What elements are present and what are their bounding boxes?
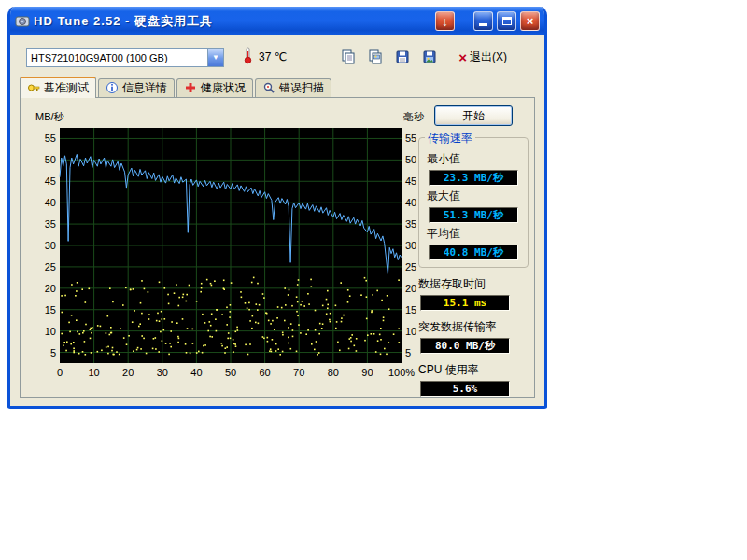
tab-info[interactable]: 信息详情	[98, 78, 175, 97]
minimize-icon	[479, 23, 487, 26]
temperature-value: 37 ℃	[259, 50, 287, 63]
close-button[interactable]: ×	[520, 11, 540, 31]
max-value: 51.3 MB/秒	[444, 208, 503, 222]
maximize-icon	[502, 17, 512, 25]
svg-text:10: 10	[88, 367, 99, 378]
thermometer-icon	[243, 46, 253, 68]
svg-text:5: 5	[50, 347, 56, 358]
svg-text:10: 10	[45, 326, 56, 337]
exit-label: 退出(X)	[470, 49, 507, 65]
svg-text:25: 25	[405, 261, 416, 273]
svg-text:15: 15	[45, 304, 56, 315]
avg-value: 40.8 MB/秒	[444, 245, 503, 259]
svg-text:40: 40	[190, 367, 202, 378]
svg-text:30: 30	[45, 240, 56, 251]
maximize-button[interactable]	[497, 11, 516, 31]
svg-text:50: 50	[405, 154, 416, 165]
svg-text:35: 35	[45, 218, 56, 230]
svg-text:0: 0	[57, 367, 63, 378]
svg-text:50: 50	[225, 367, 236, 378]
toolbar: HTS721010G9AT00 (100 GB) ▼ 37 ℃ ×	[26, 47, 535, 67]
max-value-box: 51.3 MB/秒	[429, 207, 518, 223]
cpu-usage-value-box: 5.6%	[420, 381, 510, 397]
access-time-label: 数据存取时间	[418, 276, 529, 292]
tab-health[interactable]: 健康状况	[176, 78, 253, 97]
tab-error-scan-label: 错误扫描	[279, 80, 324, 96]
svg-text:40: 40	[45, 197, 56, 208]
start-button[interactable]: 开始	[434, 105, 513, 126]
svg-text:55: 55	[45, 133, 56, 144]
copy-text-icon[interactable]	[337, 48, 359, 67]
svg-text:100%: 100%	[388, 367, 415, 378]
svg-text:90: 90	[361, 367, 373, 378]
svg-text:30: 30	[157, 367, 168, 378]
window-title: HD Tune 2.52 - 硬盘实用工具	[34, 13, 431, 30]
svg-text:30: 30	[405, 240, 416, 251]
results-panel: 开始 传输速率 最小值 23.3 MB/秒 最大值 51.3 MB/秒 平均值 …	[418, 102, 529, 399]
svg-text:MB/秒: MB/秒	[35, 111, 65, 122]
health-icon	[184, 81, 197, 94]
cpu-usage-stat: CPU 使用率 5.6%	[418, 362, 529, 397]
svg-text:50: 50	[45, 154, 56, 165]
tab-error-scan[interactable]: 错误扫描	[255, 78, 331, 97]
avg-value-box: 40.8 MB/秒	[429, 245, 518, 260]
min-value: 23.3 MB/秒	[444, 171, 503, 185]
save-image-icon[interactable]	[418, 48, 440, 67]
exit-x-icon: ×	[458, 50, 467, 64]
transfer-rate-group: 传输速率 最小值 23.3 MB/秒 最大值 51.3 MB/秒 平均值 40.…	[418, 137, 529, 268]
cpu-usage-value: 5.6%	[453, 383, 478, 395]
copy-image-icon[interactable]	[364, 48, 386, 67]
access-time-value: 15.1 ms	[444, 297, 486, 309]
burst-rate-label: 突发数据传输率	[418, 319, 529, 335]
tab-benchmark[interactable]: 基准测试	[20, 77, 96, 98]
svg-text:70: 70	[293, 367, 304, 378]
svg-text:40: 40	[405, 197, 416, 208]
tab-info-label: 信息详情	[122, 80, 167, 96]
access-time-value-box: 15.1 ms	[420, 295, 510, 311]
min-label: 最小值	[427, 151, 520, 167]
tab-benchmark-label: 基准测试	[44, 80, 89, 96]
svg-text:20: 20	[122, 367, 134, 378]
svg-text:10: 10	[405, 326, 416, 337]
svg-text:15: 15	[405, 304, 416, 315]
info-icon	[106, 81, 119, 94]
burst-rate-stat: 突发数据传输率 80.0 MB/秒	[418, 319, 529, 354]
transfer-rate-group-title: 传输速率	[425, 131, 475, 147]
minimize-button[interactable]	[473, 11, 493, 31]
drive-select-value: HTS721010G9AT00 (100 GB)	[27, 49, 207, 66]
svg-text:25: 25	[45, 261, 56, 273]
exit-button[interactable]: × 退出(X)	[458, 49, 507, 65]
burst-rate-value: 80.0 MB/秒	[435, 339, 495, 353]
avg-label: 平均值	[427, 226, 520, 242]
benchmark-chart-svg: 5510101515202025253030353540404545505055…	[22, 107, 428, 387]
save-text-icon[interactable]	[391, 48, 413, 67]
svg-text:60: 60	[259, 367, 270, 378]
benchmark-icon	[27, 81, 40, 94]
burst-rate-value-box: 80.0 MB/秒	[420, 338, 510, 354]
cpu-usage-label: CPU 使用率	[418, 362, 529, 378]
tab-health-label: 健康状况	[201, 80, 246, 96]
svg-text:35: 35	[405, 218, 416, 230]
benchmark-pane: 5510101515202025253030353540404545505055…	[20, 97, 535, 398]
benchmark-chart: 5510101515202025253030353540404545505055…	[22, 107, 428, 391]
min-value-box: 23.3 MB/秒	[429, 170, 518, 186]
hdtune-window: HD Tune 2.52 - 硬盘实用工具 ↓ × HTS721010G9AT0…	[7, 7, 547, 409]
svg-text:5: 5	[405, 347, 411, 358]
tabstrip: 基准测试 信息详情 健康状况 错误扫描	[20, 77, 535, 97]
svg-text:80: 80	[328, 367, 339, 378]
scan-icon	[262, 81, 275, 94]
svg-text:55: 55	[405, 133, 416, 144]
max-label: 最大值	[427, 189, 520, 204]
update-button[interactable]: ↓	[435, 11, 455, 31]
svg-text:45: 45	[405, 175, 416, 187]
chevron-down-icon[interactable]: ▼	[207, 49, 223, 66]
access-time-stat: 数据存取时间 15.1 ms	[418, 276, 529, 311]
app-icon	[15, 14, 30, 29]
svg-text:20: 20	[45, 283, 56, 294]
drive-select[interactable]: HTS721010G9AT00 (100 GB) ▼	[26, 48, 224, 67]
svg-text:20: 20	[405, 283, 416, 294]
svg-text:45: 45	[45, 175, 56, 187]
desktop: HD Tune 2.52 - 硬盘实用工具 ↓ × HTS721010G9AT0…	[0, 0, 747, 560]
titlebar[interactable]: HD Tune 2.52 - 硬盘实用工具 ↓ ×	[10, 7, 544, 35]
